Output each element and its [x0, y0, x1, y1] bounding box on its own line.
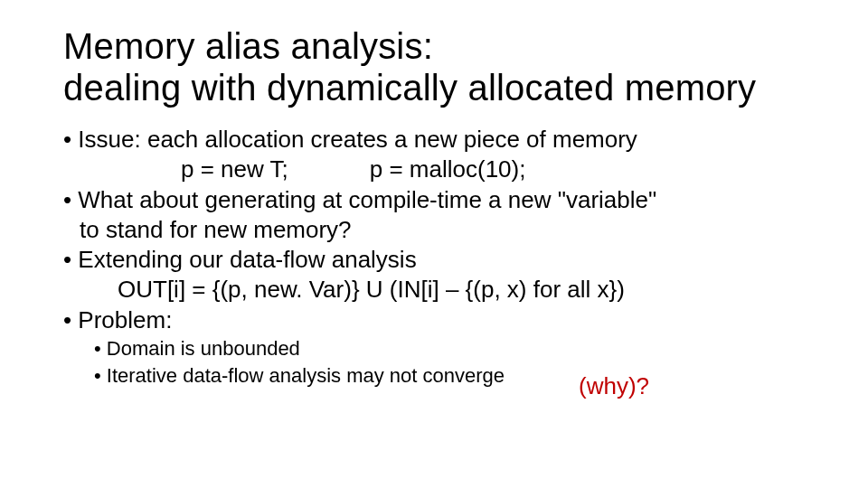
- bullet-issue: • Issue: each allocation creates a new p…: [63, 125, 805, 155]
- slide-title: Memory alias analysis: dealing with dyna…: [63, 25, 805, 108]
- example-malloc: p = malloc(10);: [370, 155, 526, 184]
- slide-body: • Issue: each allocation creates a new p…: [63, 125, 805, 389]
- title-line-2: dealing with dynamically allocated memor…: [63, 68, 756, 108]
- bullet-variable-line1: • What about generating at compile-time …: [63, 185, 805, 215]
- equation-out: OUT[i] = {(p, new. Var)} U (IN[i] – {(p,…: [63, 275, 805, 305]
- example-new: p = new T;: [181, 155, 288, 184]
- sub-bullet-converge: • Iterative data-flow analysis may not c…: [63, 362, 805, 389]
- examples-row: p = new T; p = malloc(10);: [63, 155, 805, 184]
- why-annotation: (why)?: [579, 372, 649, 400]
- bullet-problem: • Problem:: [63, 305, 805, 335]
- bullet-variable-line2: to stand for new memory?: [63, 215, 805, 245]
- sub-bullet-domain: • Domain is unbounded: [63, 335, 805, 362]
- slide: Memory alias analysis: dealing with dyna…: [0, 0, 868, 488]
- title-line-1: Memory alias analysis:: [63, 26, 433, 66]
- bullet-extending: • Extending our data-flow analysis: [63, 245, 805, 275]
